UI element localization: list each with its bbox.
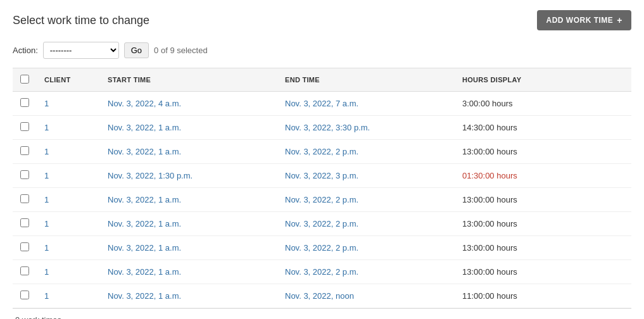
- end-time-link[interactable]: Nov. 3, 2022, 7 a.m.: [285, 99, 358, 108]
- row-checkbox[interactable]: [20, 242, 29, 251]
- action-toolbar: Action: -------- Go 0 of 9 selected: [13, 42, 631, 59]
- table-header: CLIENT START TIME END TIME HOURS DISPLAY: [13, 68, 631, 92]
- row-checkbox[interactable]: [20, 291, 29, 299]
- hours-display: 13:00:00 hours: [455, 188, 631, 212]
- add-work-time-button[interactable]: ADD WORK TIME +: [537, 10, 631, 30]
- client-link[interactable]: 1: [44, 123, 49, 132]
- hours-display: 13:00:00 hours: [455, 236, 631, 260]
- hours-display: 13:00:00 hours: [455, 140, 631, 164]
- action-label: Action:: [13, 46, 38, 55]
- select-all-checkbox[interactable]: [20, 75, 29, 84]
- client-link[interactable]: 1: [44, 219, 49, 228]
- hours-display: 11:00:00 hours: [455, 284, 631, 308]
- action-select[interactable]: --------: [43, 42, 119, 59]
- select-all-header: [13, 68, 37, 92]
- go-button[interactable]: Go: [124, 42, 149, 58]
- plus-icon: +: [617, 15, 622, 25]
- table-row: 1Nov. 3, 2022, 1:30 p.m.Nov. 3, 2022, 3 …: [13, 164, 631, 188]
- selected-count: 0 of 9 selected: [154, 46, 208, 55]
- row-checkbox[interactable]: [20, 146, 29, 155]
- hours-display: 14:30:00 hours: [455, 116, 631, 140]
- footer-count: 9 work times: [13, 308, 631, 319]
- table-row: 1Nov. 3, 2022, 1 a.m.Nov. 3, 2022, 2 p.m…: [13, 236, 631, 260]
- start-time-link[interactable]: Nov. 3, 2022, 1:30 p.m.: [108, 171, 193, 180]
- page-header: Select work time to change ADD WORK TIME…: [13, 10, 631, 30]
- col-header-start-time: START TIME: [100, 68, 277, 92]
- row-checkbox[interactable]: [20, 98, 29, 107]
- client-link[interactable]: 1: [44, 99, 49, 108]
- client-link[interactable]: 1: [44, 291, 49, 301]
- end-time-link[interactable]: Nov. 3, 2022, 2 p.m.: [285, 267, 358, 277]
- row-checkbox[interactable]: [20, 122, 29, 131]
- start-time-link[interactable]: Nov. 3, 2022, 1 a.m.: [108, 219, 181, 228]
- table-body: 1Nov. 3, 2022, 4 a.m.Nov. 3, 2022, 7 a.m…: [13, 92, 631, 308]
- work-time-table: CLIENT START TIME END TIME HOURS DISPLAY…: [13, 68, 631, 308]
- hours-display: 01:30:00 hours: [455, 164, 631, 188]
- client-link[interactable]: 1: [44, 171, 49, 180]
- start-time-link[interactable]: Nov. 3, 2022, 1 a.m.: [108, 195, 181, 204]
- row-checkbox[interactable]: [20, 194, 29, 203]
- add-work-time-label: ADD WORK TIME: [546, 16, 613, 25]
- end-time-link[interactable]: Nov. 3, 2022, noon: [285, 291, 354, 301]
- table-row: 1Nov. 3, 2022, 1 a.m.Nov. 3, 2022, 2 p.m…: [13, 212, 631, 236]
- table-row: 1Nov. 3, 2022, 1 a.m.Nov. 3, 2022, 3:30 …: [13, 116, 631, 140]
- col-header-hours-display: HOURS DISPLAY: [455, 68, 631, 92]
- table-row: 1Nov. 3, 2022, 4 a.m.Nov. 3, 2022, 7 a.m…: [13, 92, 631, 116]
- col-header-client: CLIENT: [37, 68, 100, 92]
- table-row: 1Nov. 3, 2022, 1 a.m.Nov. 3, 2022, 2 p.m…: [13, 188, 631, 212]
- client-link[interactable]: 1: [44, 195, 49, 204]
- client-link[interactable]: 1: [44, 147, 49, 156]
- start-time-link[interactable]: Nov. 3, 2022, 1 a.m.: [108, 267, 181, 277]
- row-checkbox[interactable]: [20, 266, 29, 275]
- table-row: 1Nov. 3, 2022, 1 a.m.Nov. 3, 2022, noon1…: [13, 284, 631, 308]
- col-header-end-time: END TIME: [277, 68, 455, 92]
- hours-display: 3:00:00 hours: [455, 92, 631, 116]
- row-checkbox[interactable]: [20, 218, 29, 227]
- table-row: 1Nov. 3, 2022, 1 a.m.Nov. 3, 2022, 2 p.m…: [13, 140, 631, 164]
- table-row: 1Nov. 3, 2022, 1 a.m.Nov. 3, 2022, 2 p.m…: [13, 260, 631, 284]
- client-link[interactable]: 1: [44, 267, 49, 277]
- client-link[interactable]: 1: [44, 243, 49, 253]
- end-time-link[interactable]: Nov. 3, 2022, 3 p.m.: [285, 171, 358, 180]
- end-time-link[interactable]: Nov. 3, 2022, 2 p.m.: [285, 195, 358, 204]
- start-time-link[interactable]: Nov. 3, 2022, 4 a.m.: [108, 99, 181, 108]
- end-time-link[interactable]: Nov. 3, 2022, 2 p.m.: [285, 243, 358, 253]
- row-checkbox[interactable]: [20, 170, 29, 179]
- start-time-link[interactable]: Nov. 3, 2022, 1 a.m.: [108, 291, 181, 301]
- start-time-link[interactable]: Nov. 3, 2022, 1 a.m.: [108, 147, 181, 156]
- page-title: Select work time to change: [13, 14, 149, 27]
- hours-display: 13:00:00 hours: [455, 212, 631, 236]
- hours-display: 13:00:00 hours: [455, 260, 631, 284]
- end-time-link[interactable]: Nov. 3, 2022, 2 p.m.: [285, 147, 358, 156]
- end-time-link[interactable]: Nov. 3, 2022, 2 p.m.: [285, 219, 358, 228]
- end-time-link[interactable]: Nov. 3, 2022, 3:30 p.m.: [285, 123, 370, 132]
- start-time-link[interactable]: Nov. 3, 2022, 1 a.m.: [108, 243, 181, 253]
- start-time-link[interactable]: Nov. 3, 2022, 1 a.m.: [108, 123, 181, 132]
